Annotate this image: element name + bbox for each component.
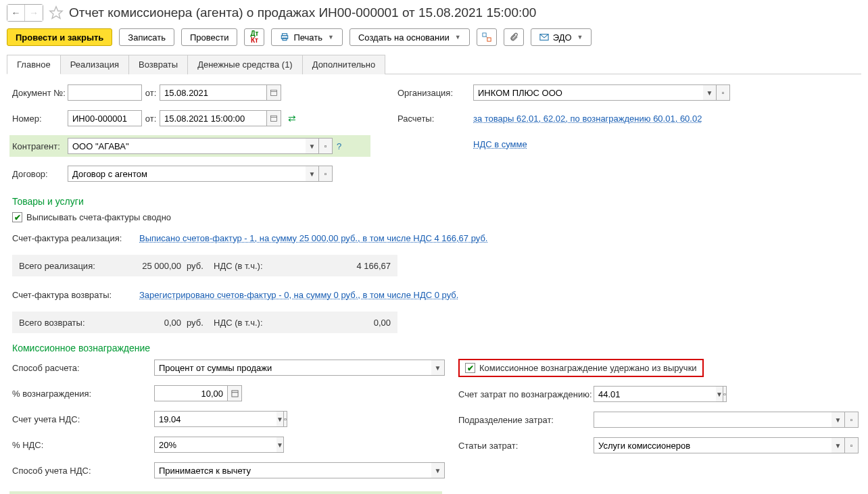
svg-rect-3 xyxy=(283,38,287,41)
tab-main[interactable]: Главное xyxy=(7,55,61,74)
sf-returns-label: Счет-фактура возвраты: xyxy=(12,290,134,300)
cost-item-label: Статьи затрат: xyxy=(458,441,594,451)
settlements-link[interactable]: за товары 62.01, 62.02, по вознаграждени… xyxy=(473,114,702,124)
doc-date-input[interactable] xyxy=(160,84,266,101)
doc-number-input[interactable] xyxy=(68,84,142,101)
tab-returns[interactable]: Возвраты xyxy=(128,55,188,74)
attachments-button[interactable] xyxy=(504,28,524,46)
calc-method-select[interactable] xyxy=(154,360,431,376)
post-and-close-button[interactable]: Провести и закрыть xyxy=(7,28,112,46)
open-button[interactable]: ▫ xyxy=(284,411,287,427)
from-label: от: xyxy=(142,88,160,98)
bulk-invoices-checkbox[interactable]: ✔ xyxy=(12,212,22,222)
dropdown-button[interactable]: ▼ xyxy=(703,84,717,101)
dropdown-button[interactable]: ▼ xyxy=(306,166,319,182)
calc-method-label: Способ расчета: xyxy=(12,363,154,373)
goods-section-title: Товары и услуги xyxy=(12,196,859,207)
save-button[interactable]: Записать xyxy=(119,28,174,46)
cost-item-input[interactable] xyxy=(594,437,831,453)
svg-rect-5 xyxy=(487,38,491,41)
chevron-down-icon: ▼ xyxy=(455,34,461,41)
contract-label: Договор: xyxy=(12,169,68,179)
svg-rect-8 xyxy=(271,90,277,95)
chevron-down-icon: ▼ xyxy=(577,34,583,41)
number-date-input[interactable] xyxy=(160,110,266,126)
dropdown-button[interactable]: ▼ xyxy=(276,437,284,453)
chevron-down-icon: ▼ xyxy=(328,34,334,41)
settlement-arrow-icon[interactable]: ⇄ xyxy=(288,113,296,124)
dropdown-button[interactable]: ▼ xyxy=(431,462,445,478)
cost-account-input[interactable] xyxy=(594,386,716,402)
realization-summary-bar: Всего реализация: 25 000,00 руб. НДС (в … xyxy=(12,255,397,276)
commission-pct-input[interactable] xyxy=(154,385,227,401)
sf-realization-link[interactable]: Выписано счетов-фактур - 1, на сумму 25 … xyxy=(139,233,487,243)
dropdown-button[interactable]: ▼ xyxy=(306,138,319,154)
calendar-icon[interactable] xyxy=(266,110,281,126)
counterparty-label: Контрагент: xyxy=(12,141,68,151)
tab-realization[interactable]: Реализация xyxy=(60,55,129,74)
open-button[interactable]: ▫ xyxy=(319,166,333,182)
counterparty-input[interactable] xyxy=(68,138,306,154)
commission-withheld-highlight: ✔ Комиссионное вознаграждение удержано и… xyxy=(458,359,704,377)
page-title: Отчет комиссионера (агента) о продажах И… xyxy=(69,5,536,20)
printer-icon xyxy=(280,32,289,42)
cost-dept-input[interactable] xyxy=(594,412,831,428)
doc-number-label: Документ №: xyxy=(12,88,68,98)
edo-icon xyxy=(539,33,549,41)
organization-input[interactable] xyxy=(473,84,703,101)
open-button[interactable]: ▫ xyxy=(717,84,730,101)
favorite-star-icon[interactable] xyxy=(49,5,64,20)
edo-button[interactable]: ЭДО▼ xyxy=(531,28,592,46)
create-based-on-button[interactable]: Создать на основании▼ xyxy=(349,28,470,46)
vat-pct-select[interactable] xyxy=(154,437,276,453)
paperclip-icon xyxy=(509,32,519,42)
open-button[interactable]: ▫ xyxy=(723,386,727,402)
from-label-2: от: xyxy=(142,114,160,124)
calculator-icon[interactable] xyxy=(227,385,242,401)
related-docs-button[interactable] xyxy=(477,28,497,46)
cost-account-label: Счет затрат по вознаграждению: xyxy=(458,389,594,399)
settlements-label: Расчеты: xyxy=(397,114,473,124)
sf-returns-link[interactable]: Зарегистрировано счетов-фактур - 0, на с… xyxy=(139,290,458,300)
returns-nds: 0,00 xyxy=(281,318,391,328)
svg-marker-0 xyxy=(50,7,62,18)
returns-total: 0,00 xyxy=(114,318,181,328)
nds-mode-link[interactable]: НДС в сумме xyxy=(473,139,527,149)
open-button[interactable]: ▫ xyxy=(845,412,859,428)
vat-pct-label: % НДС: xyxy=(12,440,154,450)
svg-line-6 xyxy=(486,36,487,38)
bulk-invoices-label: Выписывать счета-фактуры сводно xyxy=(26,212,171,222)
tab-cash[interactable]: Денежные средства (1) xyxy=(187,55,303,74)
tab-extra[interactable]: Дополнительно xyxy=(302,55,386,74)
dtkt-button[interactable]: ДтКт xyxy=(244,28,264,46)
commission-pct-label: % вознаграждения: xyxy=(12,389,154,399)
contract-input[interactable] xyxy=(68,166,306,182)
realization-total: 25 000,00 xyxy=(114,261,181,271)
vat-mode-label: Способ учета НДС: xyxy=(12,466,154,476)
dropdown-button[interactable]: ▼ xyxy=(431,360,445,376)
sf-realization-label: Счет-фактура реализация: xyxy=(12,233,134,243)
dropdown-button[interactable]: ▼ xyxy=(831,412,845,428)
number-input[interactable] xyxy=(68,110,142,126)
post-button[interactable]: Провести xyxy=(181,28,238,46)
dropdown-button[interactable]: ▼ xyxy=(716,386,723,402)
svg-rect-10 xyxy=(271,116,277,121)
nav-back-button[interactable]: ← xyxy=(7,5,25,21)
returns-summary-bar: Всего возвраты: 0,00 руб. НДС (в т.ч.): … xyxy=(12,312,397,333)
calendar-icon[interactable] xyxy=(266,84,281,101)
related-icon xyxy=(482,32,491,42)
commission-section-title: Комиссионное вознаграждение xyxy=(12,343,859,353)
open-button[interactable]: ▫ xyxy=(319,138,333,154)
open-button[interactable]: ▫ xyxy=(845,437,859,453)
svg-rect-4 xyxy=(483,33,486,36)
commission-withheld-checkbox[interactable]: ✔ xyxy=(465,363,475,373)
vat-mode-select[interactable] xyxy=(154,462,431,478)
print-button[interactable]: Печать▼ xyxy=(271,28,343,46)
cost-dept-label: Подразделение затрат: xyxy=(458,415,594,425)
vat-account-input[interactable] xyxy=(154,411,276,427)
dropdown-button[interactable]: ▼ xyxy=(831,437,845,453)
nav-forward-button: → xyxy=(25,5,43,21)
dropdown-button[interactable]: ▼ xyxy=(276,411,284,427)
number-label: Номер: xyxy=(12,114,68,124)
help-icon[interactable]: ? xyxy=(337,141,341,151)
